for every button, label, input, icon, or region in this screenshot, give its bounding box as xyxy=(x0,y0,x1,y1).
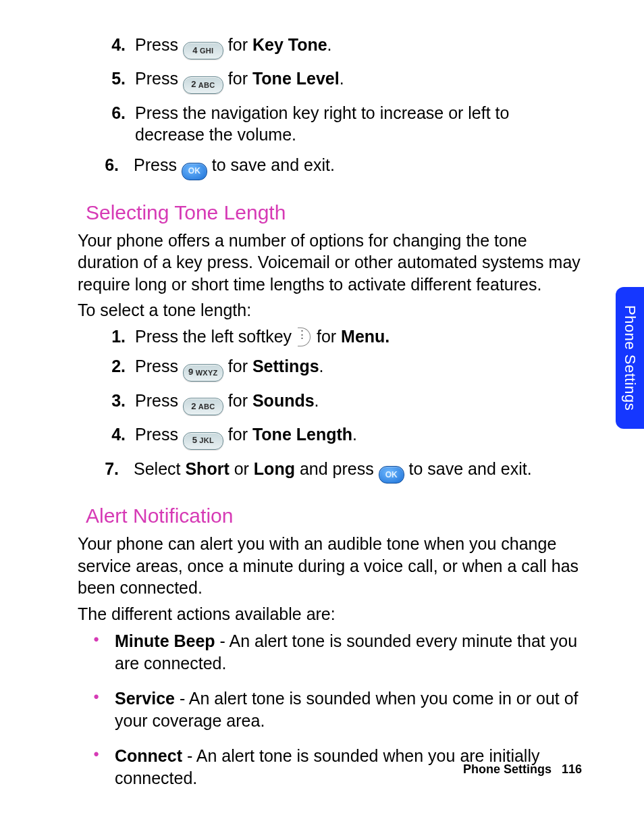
bullet-icon: • xyxy=(78,630,115,674)
step-number: 5. xyxy=(78,68,135,93)
bold: Menu. xyxy=(341,327,390,346)
step-number: 1. xyxy=(78,325,135,348)
step-number: 7. xyxy=(78,458,128,484)
page-number: 116 xyxy=(562,762,582,776)
bold: Long xyxy=(254,459,295,478)
bold: Service xyxy=(115,689,175,708)
step-2: 2. Press 9WXYZ for Settings. xyxy=(78,355,583,381)
list-item: • Minute Beep - An alert tone is sounded… xyxy=(78,630,583,674)
text: . xyxy=(315,391,319,410)
text: . xyxy=(327,35,332,54)
bullet-icon: • xyxy=(78,745,115,789)
step-number: 2. xyxy=(78,355,135,381)
text: . xyxy=(340,69,344,88)
step-text: Press 4GHI for Key Tone. xyxy=(135,34,583,59)
step-text: Press the left softkey for Menu. xyxy=(135,325,583,348)
step-7: 7. Select Short or Long and press OK to … xyxy=(78,458,583,484)
text: Press xyxy=(135,69,183,88)
heading-alert-notification: Alert Notification xyxy=(86,502,583,529)
step-text: Press 5JKL for Tone Length. xyxy=(135,423,583,449)
section-tab-phone-settings: Phone Settings xyxy=(616,287,644,429)
text: - An alert tone is sounded when you come… xyxy=(115,689,579,730)
ok-button-icon: OK xyxy=(182,163,207,180)
list-item: • Service - An alert tone is sounded whe… xyxy=(78,687,583,731)
text: for xyxy=(223,425,252,444)
text: . xyxy=(352,425,357,444)
text: . xyxy=(319,357,324,375)
footer-section: Phone Settings xyxy=(463,762,552,776)
heading-selecting-tone-length: Selecting Tone Length xyxy=(86,199,583,226)
text: Press the left softkey xyxy=(135,327,296,346)
step-text: Press 2ABC for Tone Level. xyxy=(135,68,583,93)
bold: Short xyxy=(185,459,229,478)
bullet-icon: • xyxy=(78,687,115,731)
text: Press xyxy=(134,155,182,174)
paragraph: Your phone offers a number of options fo… xyxy=(78,230,583,296)
text: or xyxy=(230,459,254,478)
text: for xyxy=(312,327,341,346)
step-5-top: 5. Press 2ABC for Tone Level. xyxy=(78,68,583,93)
step-6-ok: 6. Press OK to save and exit. xyxy=(78,154,583,180)
step-text: Select Short or Long and press OK to sav… xyxy=(128,458,583,484)
bold: Minute Beep xyxy=(115,631,215,650)
step-1: 1. Press the left softkey for Menu. xyxy=(78,325,583,348)
page-footer: Phone Settings 116 xyxy=(463,762,582,777)
text: Press xyxy=(135,35,183,54)
text: for xyxy=(223,357,252,375)
step-text: Press OK to save and exit. xyxy=(128,154,583,180)
paragraph: The different actions available are: xyxy=(78,603,583,625)
step-text: Press 9WXYZ for Settings. xyxy=(135,355,583,381)
text: to save and exit. xyxy=(404,459,532,478)
bold: Connect xyxy=(115,746,182,765)
step-text: Press 2ABC for Sounds. xyxy=(135,390,583,415)
keypad-2-icon: 2ABC xyxy=(183,76,223,94)
bold: Key Tone xyxy=(252,35,327,54)
text: for xyxy=(223,69,252,88)
step-number: 4. xyxy=(78,423,135,449)
step-4: 4. Press 5JKL for Tone Length. xyxy=(78,423,583,449)
text: and press xyxy=(295,459,379,478)
bold: Sounds xyxy=(252,391,315,410)
left-softkey-icon xyxy=(298,328,311,346)
step-6-top: 6. Press the navigation key right to inc… xyxy=(78,102,583,146)
text: Select xyxy=(134,459,185,478)
step-number: 3. xyxy=(78,390,135,415)
keypad-5-icon: 5JKL xyxy=(183,432,223,450)
keypad-2-icon: 2ABC xyxy=(183,398,223,415)
paragraph: To select a tone length: xyxy=(78,299,583,321)
bold: Settings xyxy=(252,357,319,375)
paragraph: Your phone can alert you with an audible… xyxy=(78,533,583,599)
step-4-top: 4. Press 4GHI for Key Tone. xyxy=(78,34,583,59)
tab-label: Phone Settings xyxy=(620,305,640,411)
step-number: 6. xyxy=(78,102,135,146)
text: Press xyxy=(135,425,183,444)
keypad-4-icon: 4GHI xyxy=(183,42,223,59)
text: for xyxy=(223,391,252,410)
document-page: 4. Press 4GHI for Key Tone. 5. Press 2AB… xyxy=(0,0,644,789)
text: for xyxy=(223,35,252,54)
bold: Tone Level xyxy=(252,69,340,88)
text: Press xyxy=(135,357,183,375)
ok-button-icon: OK xyxy=(379,466,404,484)
text: to save and exit. xyxy=(207,155,335,174)
bold: Tone Length xyxy=(252,425,352,444)
keypad-9-icon: 9WXYZ xyxy=(183,364,223,382)
step-3: 3. Press 2ABC for Sounds. xyxy=(78,390,583,415)
step-text: Press the navigation key right to increa… xyxy=(135,102,583,146)
text: Press xyxy=(135,391,183,410)
step-number: 4. xyxy=(78,34,135,59)
step-number: 6. xyxy=(78,154,128,180)
